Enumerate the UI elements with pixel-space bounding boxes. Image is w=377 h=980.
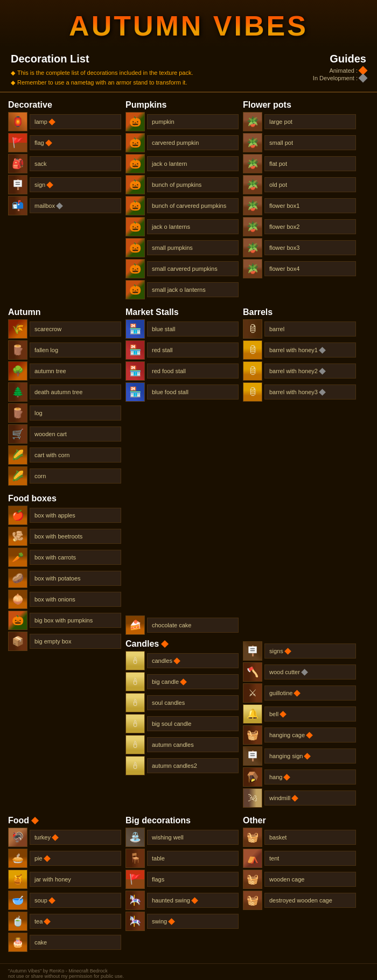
dev-guide: In Development : — [313, 75, 366, 81]
list-item: 🎃 big box with pumpkins — [8, 611, 121, 630]
item-icon: 📦 — [8, 632, 27, 651]
item-label: candles — [147, 653, 239, 668]
list-item: 🧅 box with onions — [8, 590, 121, 609]
list-item: 🪤 hang — [243, 767, 356, 787]
list-item: 🪵 fallen log — [8, 340, 121, 360]
list-item: 🎃 bunch of pumpkins — [125, 175, 239, 194]
list-item: 🍎 box with apples — [8, 506, 121, 525]
item-icon: 🌽 — [8, 466, 27, 486]
list-item: 📦 big empty box — [8, 632, 121, 651]
item-icon: 📬 — [8, 196, 27, 215]
decoration-list-title: Decoration List — [11, 53, 196, 65]
item-label: guillotine — [264, 685, 356, 701]
list-item: 🏪 blue stall — [125, 319, 239, 339]
barrels-section: Barrels 🛢 barrel 🛢 barrel with honey1 🛢 … — [243, 305, 356, 487]
list-item: 🛢 barrel — [243, 319, 356, 339]
item-icon: 🪧 — [243, 746, 262, 766]
food-boxes-title: Food boxes — [8, 494, 121, 503]
item-label: wooden cage — [264, 872, 356, 887]
item-label: table — [147, 851, 239, 866]
list-item: 🕯 big soul candle — [125, 714, 239, 733]
item-label: box with onions — [30, 592, 121, 607]
big-decorations-section: Big decorations ⛲ wishing well 🪑 table 🚩… — [125, 814, 239, 954]
item-label: scarecrow — [30, 321, 121, 337]
list-item: ⛺ tent — [243, 849, 356, 868]
item-label: signs — [264, 643, 356, 659]
list-item: ⛲ wishing well — [125, 828, 239, 847]
item-label: sack — [30, 156, 121, 171]
item-label: barrel with honey1 — [264, 342, 356, 358]
list-item: 🕯 candles — [125, 651, 239, 670]
item-label: wishing well — [147, 830, 239, 845]
item-label: swing — [147, 914, 239, 929]
item-icon: 🛢 — [243, 340, 262, 360]
item-icon: ⛲ — [125, 828, 145, 847]
item-label: big soul candle — [147, 716, 239, 731]
item-icon: 🛢 — [243, 382, 262, 402]
item-label: autumn candles2 — [147, 758, 239, 773]
list-item: 🫚 box with beetroots — [8, 527, 121, 546]
item-label: wooden cart — [30, 426, 121, 442]
food-section: Food 🦃 turkey 🥧 pie 🍯 jar with honey 🥣 s… — [8, 814, 121, 954]
item-label: big candle — [147, 674, 239, 689]
item-label: death autumn tree — [30, 384, 121, 400]
footer-credit: "Autumn Vibes" by RenKo - Minecraft Bedr… — [8, 968, 369, 974]
item-icon: 🎃 — [125, 217, 145, 236]
list-item: 🪓 wood cutter — [243, 662, 356, 682]
list-item: 🪴 flower box3 — [243, 238, 356, 257]
list-item: 🏪 blue food stall — [125, 382, 239, 402]
item-label: turkey — [30, 830, 121, 845]
flower-pots-title: Flower pots — [243, 100, 356, 110]
list-item: 🌲 death autumn tree — [8, 382, 121, 402]
item-label: box with beetroots — [30, 529, 121, 544]
item-icon: 🪴 — [243, 259, 262, 278]
list-item: 🪴 flower box1 — [243, 196, 356, 215]
item-icon: 🥧 — [8, 849, 27, 868]
item-icon: 🕯 — [125, 672, 145, 691]
other-section: Other 🧺 basket ⛺ tent 🧺 wooden cage 🧺 de… — [243, 814, 356, 954]
footer-notice: not use or share without my permission f… — [8, 974, 369, 979]
item-label: mailbox — [30, 198, 121, 213]
item-icon: ⚔ — [243, 683, 262, 703]
item-icon: 🧺 — [243, 725, 262, 745]
item-label: hang — [264, 769, 356, 785]
item-label: bunch of pumpkins — [147, 177, 239, 192]
list-item: 🚩 flags — [125, 870, 239, 889]
item-icon: 🪤 — [243, 767, 262, 787]
item-icon: 🪧 — [243, 641, 262, 661]
list-item: 🌳 autumn tree — [8, 361, 121, 381]
list-item: 🦃 turkey — [8, 828, 121, 847]
item-icon: 🏪 — [125, 319, 145, 339]
item-icon: ⛺ — [243, 849, 262, 868]
item-label: old pot — [264, 177, 356, 192]
dev-icon — [359, 74, 368, 83]
animated-label: Animated : — [329, 67, 358, 74]
list-item: 🥕 box with carrots — [8, 548, 121, 567]
item-label: tent — [264, 851, 356, 866]
list-item: 🌬 windmill — [243, 788, 356, 808]
list-item: 🎃 bunch of carvered pumpkins — [125, 196, 239, 215]
list-item: 🪧 hanging sign — [243, 746, 356, 766]
item-icon: 🥕 — [8, 548, 27, 567]
pumpkins-title: Pumpkins — [125, 100, 239, 110]
list-item: 🏮 lamp — [8, 112, 121, 131]
item-icon: 🏪 — [125, 382, 145, 402]
list-item: 🪴 small pot — [243, 133, 356, 152]
guides-section: Guides Animated : In Development : — [313, 53, 366, 82]
item-icon: 🎃 — [8, 611, 27, 630]
item-icon: 🚩 — [125, 870, 145, 889]
list-item: 🎃 jack o lantern — [125, 154, 239, 173]
decorative-section: Decorative 🏮 lamp 🚩 flag 🎒 sack 🪧 sign 📬… — [8, 98, 121, 301]
candles-title: Candles — [125, 639, 239, 649]
animated-guide: Animated : — [313, 67, 366, 74]
item-icon: 🧺 — [243, 891, 262, 910]
big-decorations-title: Big decorations — [125, 816, 239, 825]
item-icon: 🕯 — [125, 756, 145, 775]
item-icon: 🎃 — [125, 175, 145, 194]
item-icon: 🎂 — [8, 933, 27, 952]
item-label: tea — [30, 914, 121, 929]
right-extras-section: 🪧 signs 🪓 wood cutter ⚔ guillotine 🔔 bel… — [243, 492, 356, 809]
item-label: small pot — [264, 135, 356, 150]
item-icon: 🎠 — [125, 891, 145, 910]
item-icon: 🫚 — [8, 527, 27, 546]
